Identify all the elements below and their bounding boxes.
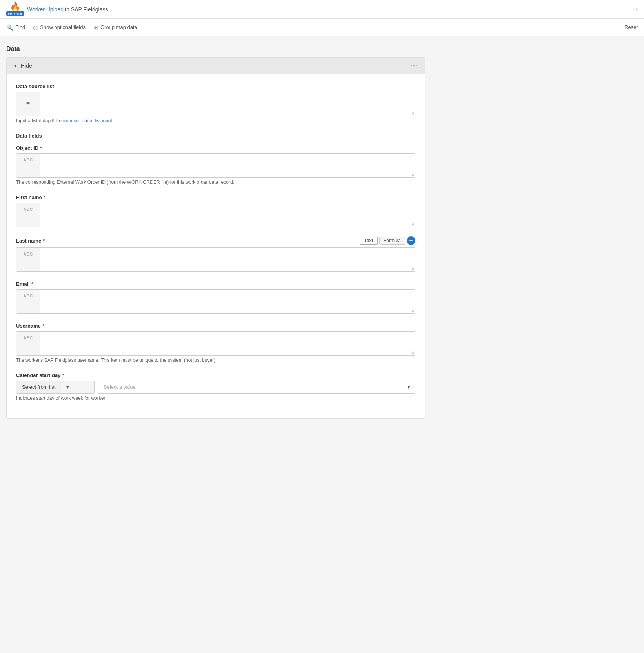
calendar-start-day-field-group: Calendar start day * Select from list ▼ … bbox=[16, 372, 415, 401]
email-input-wrapper: ABC ◢ bbox=[16, 289, 415, 314]
header-right: › bbox=[636, 6, 638, 13]
object-id-type-badge: ABC bbox=[16, 154, 40, 177]
data-source-input-wrapper: ≡ ◢ bbox=[16, 92, 415, 116]
first-name-field-group: First name * ABC ◢ bbox=[16, 194, 415, 227]
resize-handle: ◢ bbox=[411, 221, 414, 226]
resize-handle: ◢ bbox=[411, 308, 414, 312]
email-label: Email * bbox=[16, 281, 415, 287]
search-icon: 🔍 bbox=[6, 24, 13, 31]
app-header: 🔥 PRIVATE Worker Upload in SAP Fieldglas… bbox=[0, 0, 644, 19]
find-label: Find bbox=[15, 24, 25, 30]
header-title: Worker Upload in SAP Fieldglass bbox=[27, 6, 108, 13]
username-field-group: Username * ABC ◢ The worker's SAP Fieldg… bbox=[16, 323, 415, 363]
calendar-required: * bbox=[62, 372, 64, 378]
first-name-type-badge: ABC bbox=[16, 203, 40, 227]
data-source-textarea[interactable] bbox=[40, 92, 415, 116]
logo: 🔥 PRIVATE bbox=[6, 3, 24, 16]
last-name-type-badge: ABC bbox=[16, 248, 40, 271]
calendar-hint: Indicates start day of work week for wor… bbox=[16, 395, 415, 401]
last-name-field-group: Last name * Text Formula bbox=[16, 236, 415, 272]
chevron-right-icon: › bbox=[636, 6, 638, 13]
card-body: Data source list ≡ ◢ Input a list datapi… bbox=[7, 74, 425, 418]
plus-icon bbox=[408, 238, 414, 243]
collapse-icon: ▼ bbox=[13, 63, 18, 69]
toolbar-left: 🔍 Find ◎ Show optional fields ⊞ Group ma… bbox=[6, 24, 137, 31]
data-card: ▼ Hide ··· Data source list ≡ ◢ Input a … bbox=[6, 57, 425, 419]
select-from-list-dropdown[interactable]: Select from list ▼ bbox=[16, 381, 95, 394]
object-id-hint: The corresponding External Work Order ID… bbox=[16, 180, 415, 185]
data-source-field-group: Data source list ≡ ◢ Input a list datapi… bbox=[16, 83, 415, 123]
username-required: * bbox=[42, 323, 44, 329]
group-map-data-button[interactable]: ⊞ Group map data bbox=[93, 24, 137, 31]
last-name-required: * bbox=[43, 238, 45, 244]
formula-tab[interactable]: Formula bbox=[379, 237, 405, 245]
object-id-textarea[interactable] bbox=[40, 154, 415, 177]
data-source-label: Data source list bbox=[16, 83, 415, 89]
select-value-placeholder: Select a value bbox=[98, 381, 402, 393]
find-button[interactable]: 🔍 Find bbox=[6, 24, 25, 31]
eye-icon: ◎ bbox=[33, 24, 38, 31]
object-id-input-wrapper: ABC ◢ bbox=[16, 153, 415, 178]
list-type-badge: ≡ bbox=[16, 92, 40, 116]
data-fields-label: Data fields bbox=[16, 133, 415, 139]
show-optional-fields-button[interactable]: ◎ Show optional fields bbox=[33, 24, 86, 31]
header-left: 🔥 PRIVATE Worker Upload in SAP Fieldglas… bbox=[6, 3, 108, 16]
dropdown-icon: ▼ bbox=[61, 381, 74, 393]
object-id-label: Object ID * bbox=[16, 145, 415, 151]
toolbar: 🔍 Find ◎ Show optional fields ⊞ Group ma… bbox=[0, 19, 644, 36]
email-field-group: Email * ABC ◢ bbox=[16, 281, 415, 314]
email-required: * bbox=[31, 281, 33, 287]
email-textarea[interactable] bbox=[40, 290, 415, 313]
more-options-button[interactable]: ··· bbox=[410, 62, 418, 70]
text-tab[interactable]: Text bbox=[360, 237, 378, 245]
resize-handle: ◢ bbox=[411, 266, 414, 270]
private-badge: PRIVATE bbox=[6, 11, 24, 16]
data-source-hint: Input a list datapill. Learn more about … bbox=[16, 118, 415, 123]
select-value-dropdown[interactable]: Select a value ▼ bbox=[98, 381, 415, 394]
collapse-toggle[interactable]: ▼ Hide bbox=[13, 63, 32, 69]
last-name-tabs: Text Formula bbox=[360, 236, 415, 245]
username-textarea[interactable] bbox=[40, 332, 415, 355]
value-dropdown-icon: ▼ bbox=[402, 381, 415, 393]
header-title-link[interactable]: Worker Upload bbox=[27, 6, 64, 13]
username-input-wrapper: ABC ◢ bbox=[16, 331, 415, 356]
select-from-list-label: Select from list bbox=[16, 381, 61, 393]
object-id-required: * bbox=[40, 145, 42, 151]
calendar-start-day-label: Calendar start day * bbox=[16, 372, 415, 378]
last-name-header-row: Last name * Text Formula bbox=[16, 236, 415, 245]
optional-fields-label: Show optional fields bbox=[40, 24, 86, 30]
add-datapill-button[interactable] bbox=[407, 236, 415, 245]
last-name-label: Last name * bbox=[16, 238, 45, 244]
resize-handle: ◢ bbox=[411, 350, 414, 354]
main-content: Data ▼ Hide ··· Data source list ≡ ◢ bbox=[0, 36, 431, 428]
last-name-textarea[interactable] bbox=[40, 248, 415, 271]
email-type-badge: ABC bbox=[16, 290, 40, 313]
reset-button[interactable]: Reset bbox=[624, 24, 638, 30]
learn-more-link[interactable]: Learn more about list input bbox=[56, 118, 112, 123]
workato-logo-icon: 🔥 bbox=[10, 3, 20, 11]
object-id-field-group: Object ID * ABC ◢ The corresponding Exte… bbox=[16, 145, 415, 185]
group-icon: ⊞ bbox=[93, 24, 98, 31]
group-map-label: Group map data bbox=[100, 24, 137, 30]
username-label: Username * bbox=[16, 323, 415, 329]
username-hint: The worker's SAP Fieldglass username. Th… bbox=[16, 357, 415, 363]
page-title: Data bbox=[6, 45, 425, 53]
first-name-textarea[interactable] bbox=[40, 203, 415, 227]
username-type-badge: ABC bbox=[16, 332, 40, 355]
resize-handle: ◢ bbox=[411, 172, 414, 176]
calendar-select-row: Select from list ▼ Select a value ▼ bbox=[16, 381, 415, 394]
last-name-input-wrapper: ABC ◢ bbox=[16, 247, 415, 272]
first-name-input-wrapper: ABC ◢ bbox=[16, 203, 415, 227]
card-collapse-label: Hide bbox=[21, 63, 32, 69]
first-name-label: First name * bbox=[16, 194, 415, 200]
resize-handle: ◢ bbox=[411, 111, 414, 115]
first-name-required: * bbox=[44, 194, 45, 200]
card-header: ▼ Hide ··· bbox=[7, 58, 425, 74]
